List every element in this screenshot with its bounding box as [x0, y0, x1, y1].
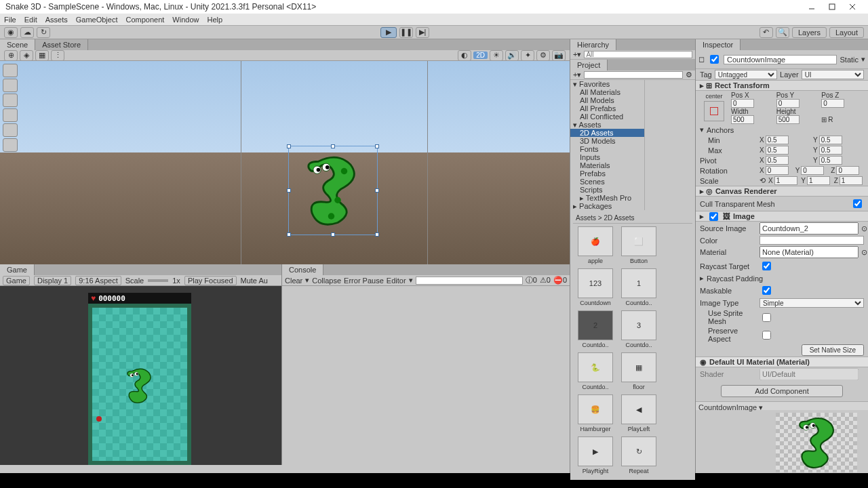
anchor-max-x[interactable]: [766, 146, 789, 155]
play-button[interactable]: ▶: [380, 27, 397, 38]
menu-window[interactable]: Window: [172, 16, 199, 24]
game-view[interactable]: ♥ 000000: [0, 286, 281, 465]
draw-mode[interactable]: ◐: [458, 50, 471, 61]
imagetype-dropdown[interactable]: Simple: [760, 298, 864, 308]
console-search[interactable]: [416, 277, 523, 285]
menu-assets[interactable]: Assets: [45, 16, 68, 24]
project-asset[interactable]: ↻Repeat: [619, 436, 658, 474]
transform-tool[interactable]: [3, 138, 18, 152]
console-clear[interactable]: Clear: [285, 277, 302, 285]
selection-rect[interactable]: [288, 146, 378, 235]
anchor-max-y[interactable]: [819, 146, 842, 155]
add-component-button[interactable]: Add Component: [721, 385, 843, 397]
project-asset[interactable]: 3Countdo..: [619, 310, 658, 348]
mute-toggle[interactable]: Mute Au: [241, 277, 268, 285]
project-tree-item[interactable]: Materials: [570, 161, 644, 169]
anchor-min-x[interactable]: [766, 136, 789, 144]
project-tree-item[interactable]: All Models: [570, 96, 644, 104]
view-tool[interactable]: [3, 64, 18, 77]
scale-tool[interactable]: [3, 108, 18, 122]
color-swatch[interactable]: [760, 236, 864, 245]
project-tree-item[interactable]: Fonts: [570, 145, 644, 153]
console-collapse[interactable]: Collapse: [312, 277, 341, 285]
gizmos-dropdown[interactable]: ⚙: [536, 50, 550, 61]
console-errorpause[interactable]: Error Pause: [344, 277, 384, 285]
scale-z[interactable]: [840, 176, 863, 185]
project-asset[interactable]: 123Countdown: [576, 268, 615, 306]
tab-game[interactable]: Game: [0, 264, 35, 275]
preserve-checkbox[interactable]: [762, 331, 771, 340]
project-tree-item[interactable]: 3D Models: [570, 137, 644, 145]
pause-button[interactable]: ❚❚: [399, 27, 413, 38]
rot-z[interactable]: [836, 166, 859, 175]
tab-assetstore[interactable]: Asset Store: [35, 39, 88, 50]
snap-increment[interactable]: ⋮: [51, 50, 64, 61]
project-tree-item[interactable]: ▾ Favorites: [570, 80, 644, 88]
project-tree-item[interactable]: All Prefabs: [570, 104, 644, 113]
project-asset[interactable]: ⬜Button: [619, 226, 658, 264]
project-asset[interactable]: ▶PlayRight: [576, 436, 615, 474]
menu-gameobject[interactable]: GameObject: [76, 16, 118, 24]
console-editor[interactable]: Editor: [387, 277, 406, 285]
project-asset[interactable]: ▦floor: [619, 352, 658, 390]
anchors-foldout[interactable]: ▾: [700, 125, 704, 134]
minimize-button[interactable]: [802, 1, 822, 13]
source-image-field[interactable]: [760, 222, 859, 235]
project-tree-item[interactable]: ▸ Packages: [570, 202, 644, 210]
history-icon[interactable]: ↻: [37, 27, 50, 38]
tab-project[interactable]: Project: [570, 60, 608, 70]
blueprint-icon[interactable]: ⊞: [821, 116, 827, 123]
width-field[interactable]: [731, 115, 754, 124]
playfocus-dropdown[interactable]: Play Focused: [184, 276, 237, 285]
project-tree-item[interactable]: Scenes: [570, 178, 644, 186]
raycast-padding-foldout[interactable]: ▸: [700, 274, 704, 283]
posx-field[interactable]: [731, 99, 754, 108]
search-icon[interactable]: 🔍: [776, 27, 789, 38]
project-tree-item[interactable]: Inputs: [570, 153, 644, 161]
project-search[interactable]: [584, 71, 683, 79]
source-picker-icon[interactable]: ⊙: [861, 224, 867, 233]
raycast-checkbox[interactable]: [762, 262, 771, 270]
anchor-min-y[interactable]: [819, 136, 842, 144]
project-add-button[interactable]: +▾: [573, 70, 581, 79]
pivot-toggle[interactable]: ⊕: [4, 50, 18, 61]
menu-edit[interactable]: Edit: [24, 16, 37, 24]
project-tree-item[interactable]: Scripts: [570, 186, 644, 194]
project-asset[interactable]: 🐍Countdo..: [576, 352, 615, 390]
gameobject-name[interactable]: [724, 55, 837, 64]
rect-transform-header[interactable]: ▸ ⊞ Rect Transform: [696, 80, 868, 91]
posz-field[interactable]: [821, 99, 844, 108]
project-tree-item[interactable]: 2D Assets: [570, 129, 644, 137]
console-err-count[interactable]: ⛔0: [553, 276, 567, 285]
move-tool[interactable]: [3, 79, 18, 92]
height-field[interactable]: [776, 115, 800, 124]
step-button[interactable]: ▶|: [416, 27, 429, 38]
project-grid[interactable]: 🍎apple⬜Button123Countdown1Countdo..2Coun…: [573, 224, 692, 477]
pivot-y[interactable]: [819, 156, 842, 165]
aspect-dropdown[interactable]: 9:16 Aspect: [75, 276, 121, 285]
image-header[interactable]: ▸ 🖼 Image: [696, 211, 868, 222]
material-picker-icon[interactable]: ⊙: [861, 248, 867, 257]
game-dropdown[interactable]: Game: [3, 276, 30, 285]
project-asset[interactable]: 1Countdo..: [619, 268, 658, 306]
tab-console[interactable]: Console: [282, 264, 323, 275]
local-toggle[interactable]: ◈: [20, 50, 33, 61]
tab-scene[interactable]: Scene: [0, 39, 35, 50]
posy-field[interactable]: [776, 99, 800, 108]
project-tree-item[interactable]: Prefabs: [570, 169, 644, 178]
audio-toggle[interactable]: 🔊: [505, 50, 519, 61]
scale-slider[interactable]: [148, 279, 168, 282]
hierarchy-add-button[interactable]: +▾: [573, 50, 581, 59]
static-label[interactable]: Static: [840, 56, 859, 64]
project-asset[interactable]: ◀PlayLeft: [619, 394, 658, 432]
image-enabled[interactable]: [709, 212, 718, 221]
maximize-button[interactable]: [822, 1, 842, 13]
undo-icon[interactable]: ↶: [760, 27, 773, 38]
rot-x[interactable]: [766, 166, 789, 175]
camera-dropdown[interactable]: 📷: [552, 50, 566, 61]
usesprite-checkbox[interactable]: [762, 313, 771, 322]
close-button[interactable]: [842, 1, 863, 13]
rot-y[interactable]: [801, 166, 824, 175]
project-asset[interactable]: 🍎apple: [576, 226, 615, 264]
display-dropdown[interactable]: Display 1: [34, 276, 71, 285]
